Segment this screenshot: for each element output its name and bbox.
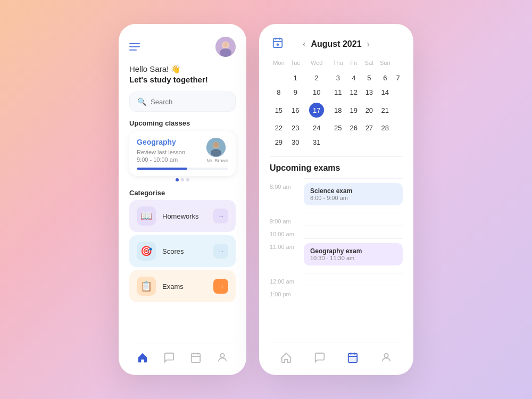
day-4[interactable]: 4 — [346, 71, 361, 85]
slide-dots — [129, 178, 236, 181]
day-3[interactable]: 3 — [330, 71, 346, 85]
nav-messages[interactable] — [160, 348, 178, 367]
right-nav-calendar[interactable] — [344, 348, 362, 367]
day-10[interactable]: 10 — [303, 86, 330, 99]
science-exam-card[interactable]: Science exam 8:00 - 9:00 am — [304, 183, 403, 205]
homeworks-arrow[interactable]: → — [213, 209, 228, 223]
nav-home[interactable] — [134, 348, 152, 367]
time-row-12pm: 12:00 am — [270, 273, 403, 285]
exams-arrow[interactable]: → — [213, 279, 228, 294]
day-22[interactable]: 22 — [270, 121, 288, 135]
category-homeworks[interactable]: 📖 Homeworks → — [129, 200, 236, 232]
col-wed: Wed — [303, 60, 330, 70]
nav-profile[interactable] — [213, 348, 231, 367]
geography-exam-title: Geography exam — [310, 247, 396, 255]
upcoming-classes-section: Upcoming classes Geography Review last l… — [129, 119, 236, 181]
day-8[interactable]: 8 — [270, 86, 288, 99]
month-nav: ‹ August 2021 › — [303, 39, 370, 49]
calendar-week-1: 1 2 3 4 5 6 7 — [270, 71, 403, 85]
class-card[interactable]: Geography Review last lesson 9:00 - 10:0… — [129, 131, 236, 176]
day-14[interactable]: 14 — [377, 86, 393, 99]
upcoming-classes-title: Upcoming classes — [129, 119, 236, 127]
svg-point-12 — [220, 354, 224, 358]
svg-point-22 — [384, 354, 388, 358]
dot-1 — [176, 178, 179, 181]
category-left-exams: 📋 Exams — [137, 277, 184, 296]
calendar-week-5: 29 30 31 — [270, 136, 403, 149]
day-11[interactable]: 11 — [330, 86, 346, 99]
time-area-11am: Geography exam 10:30 - 11:30 am — [304, 238, 403, 272]
calendar-header-row: Mon Tue Wed Thu Fri Sat Sun — [270, 60, 403, 70]
exams-scroll[interactable]: 8:00 am Science exam 8:00 - 9:00 am 9:00… — [270, 178, 403, 338]
day-18[interactable]: 18 — [330, 100, 346, 120]
scores-arrow[interactable]: → — [213, 244, 228, 259]
day-15[interactable]: 15 — [270, 100, 288, 120]
day-9[interactable]: 9 — [288, 86, 303, 99]
progress-bar — [137, 168, 228, 170]
right-nav-home[interactable] — [277, 348, 295, 367]
category-exams[interactable]: 📋 Exams → — [129, 270, 236, 302]
exams-label: Exams — [162, 282, 184, 290]
day-20[interactable]: 20 — [361, 100, 377, 120]
homeworks-icon: 📖 — [140, 210, 152, 222]
day-27[interactable]: 27 — [361, 121, 377, 135]
day-6[interactable]: 6 — [377, 71, 393, 85]
day-1[interactable]: 1 — [288, 71, 303, 85]
time-12pm: 12:00 am — [270, 273, 297, 285]
categorise-title: Categorise — [129, 189, 236, 197]
col-thu: Thu — [330, 60, 346, 70]
right-nav-messages[interactable] — [311, 348, 329, 367]
day-23[interactable]: 23 — [288, 121, 303, 135]
time-8am: 8:00 am — [270, 178, 297, 190]
day-25[interactable]: 25 — [330, 121, 346, 135]
search-bar[interactable]: 🔍 — [129, 92, 236, 112]
top-bar — [129, 37, 236, 57]
day-24[interactable]: 24 — [303, 121, 330, 135]
hello-text: Hello Sara! 👋 — [129, 64, 236, 74]
nav-calendar[interactable] — [187, 348, 205, 367]
time-11am: 11:00 am — [270, 238, 297, 250]
geography-exam-card[interactable]: Geography exam 10:30 - 11:30 am — [304, 243, 403, 265]
menu-icon[interactable] — [129, 43, 140, 51]
day-19[interactable]: 19 — [346, 100, 361, 120]
day-13[interactable]: 13 — [361, 86, 377, 99]
category-list: 📖 Homeworks → 🎯 Scores → 📋 — [129, 200, 236, 302]
scores-icon-wrap: 🎯 — [137, 242, 156, 261]
category-scores[interactable]: 🎯 Scores → — [129, 235, 236, 267]
time-row-11am: 11:00 am Geography exam 10:30 - 11:30 am — [270, 238, 403, 272]
scores-icon: 🎯 — [140, 245, 152, 257]
day-2[interactable]: 2 — [303, 71, 330, 85]
day-17-today[interactable]: 17 — [303, 100, 330, 120]
search-icon: 🔍 — [137, 97, 146, 106]
search-input[interactable] — [151, 98, 228, 106]
col-sun: Sun — [377, 60, 393, 70]
day-31[interactable]: 31 — [303, 136, 330, 149]
right-nav-profile[interactable] — [377, 348, 395, 367]
day-30[interactable]: 30 — [288, 136, 303, 149]
day-7[interactable]: 7 — [393, 71, 403, 85]
class-desc: Review last lesson — [137, 148, 185, 156]
svg-rect-13 — [273, 39, 282, 48]
time-row-1pm: 1:00 pm — [270, 286, 403, 297]
svg-rect-18 — [348, 354, 358, 363]
calendar-grid: Mon Tue Wed Thu Fri Sat Sun 1 2 3 4 5 — [270, 59, 403, 150]
day-28[interactable]: 28 — [377, 121, 393, 135]
time-10am: 10:00 am — [270, 226, 297, 237]
day-29[interactable]: 29 — [270, 136, 288, 149]
categorise-section: Categorise 📖 Homeworks → 🎯 Scores — [129, 189, 236, 302]
day-21[interactable]: 21 — [377, 100, 393, 120]
upcoming-exams-title: Upcoming exams — [270, 163, 403, 173]
day-5[interactable]: 5 — [361, 71, 377, 85]
time-area-12pm — [304, 273, 403, 282]
progress-fill — [137, 168, 187, 170]
day-12[interactable]: 12 — [346, 86, 361, 99]
next-month-button[interactable]: › — [367, 39, 370, 49]
day-26[interactable]: 26 — [346, 121, 361, 135]
science-exam-title: Science exam — [310, 187, 396, 195]
prev-month-button[interactable]: ‹ — [303, 39, 305, 49]
scores-label: Scores — [162, 247, 184, 255]
col-tue: Tue — [288, 60, 303, 70]
avatar[interactable] — [215, 37, 236, 57]
day-16[interactable]: 16 — [288, 100, 303, 120]
category-left-scores: 🎯 Scores — [137, 242, 184, 261]
